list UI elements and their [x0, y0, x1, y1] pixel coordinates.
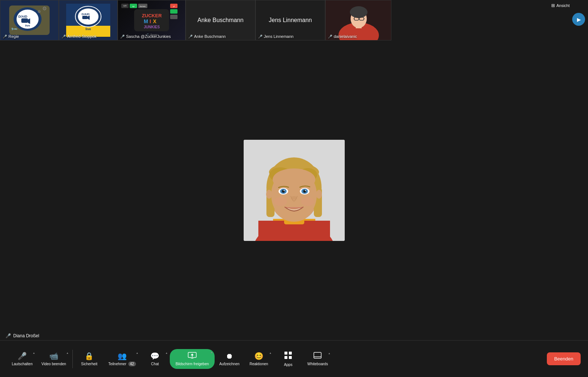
- svg-rect-84: [284, 356, 287, 359]
- record-icon: ⏺: [226, 352, 233, 360]
- svg-point-72: [305, 190, 306, 191]
- apps-icon: [284, 351, 292, 361]
- svg-rect-15: [82, 16, 87, 19]
- svg-text:JUNKIES: JUNKIES: [144, 25, 160, 29]
- toolbar: 🎤 Lautschalten ▲ 📹 Video beenden ▲ 🔒 Sic…: [0, 340, 588, 377]
- participant-tile-arnfred[interactable]: D/AID live 🎤 Arnfred Stoppok: [59, 0, 118, 40]
- apps-button[interactable]: Apps: [273, 349, 303, 369]
- reactions-icon: 😊: [254, 352, 263, 360]
- tile-label-regie: 🎤 Regie: [3, 34, 19, 39]
- svg-text:itunes: itunes: [140, 5, 146, 7]
- jens-name-display: Jens Linnemann: [269, 17, 312, 24]
- whiteboards-icon: [313, 352, 322, 360]
- share-screen-arrow[interactable]: ▲: [210, 351, 213, 353]
- reaktionen-button[interactable]: 😊 Reaktionen ▲: [244, 350, 273, 368]
- mic-muted-icon-daniela: 🎤: [328, 35, 332, 39]
- svg-text:live: live: [85, 27, 91, 31]
- participant-tile-daniela[interactable]: 🎤 danielaivanic: [325, 0, 391, 40]
- mic-muted-icon-jens: 🎤: [258, 35, 262, 39]
- svg-text:yt: yt: [173, 5, 175, 7]
- whiteboards-arrow[interactable]: ▲: [328, 352, 330, 355]
- svg-text:M: M: [144, 18, 148, 24]
- toolbar-separator-1: [72, 350, 73, 368]
- teilnehmer-arrow[interactable]: ▲: [136, 352, 139, 354]
- user-name-label: Diana Droßel: [13, 333, 39, 338]
- participant-tile-sascha[interactable]: YT sp itunes ZUCKER M I X JUNKIES yt: [118, 0, 186, 40]
- svg-text:⚙: ⚙: [42, 6, 47, 11]
- participant-tile-anke[interactable]: Anke Buschmann 🎤 Anke Buschmann: [186, 0, 255, 40]
- participants-count: 42: [128, 362, 136, 366]
- svg-marker-81: [191, 353, 194, 357]
- video-toolbar-icon: 📹: [49, 352, 58, 360]
- sicherheit-button[interactable]: 🔒 Sicherheit: [75, 350, 104, 368]
- svg-point-75: [301, 197, 314, 206]
- teilnehmer-button[interactable]: 👥 Teilnehmer 42 ▲: [104, 350, 140, 368]
- svg-text:D/AID: D/AID: [82, 13, 90, 16]
- svg-text:⚙: ⚙: [37, 10, 41, 14]
- user-mic-icon: 🎤: [6, 333, 11, 338]
- svg-point-74: [274, 197, 287, 206]
- chat-arrow[interactable]: ▲: [165, 352, 168, 354]
- svg-point-39: [350, 6, 368, 18]
- mic-muted-icon-anke: 🎤: [188, 35, 193, 39]
- svg-text:X: X: [153, 18, 157, 24]
- svg-text:sp: sp: [132, 5, 135, 7]
- toolbar-right: Beenden: [547, 352, 581, 365]
- svg-text:I: I: [150, 18, 151, 24]
- svg-text:YT: YT: [123, 5, 127, 7]
- svg-text:D/AID: D/AID: [18, 15, 28, 18]
- svg-text:live: live: [25, 24, 30, 27]
- sicherheit-icon: 🔒: [85, 352, 94, 360]
- main-content-area: [0, 40, 588, 340]
- bildschirm-freigeben-button[interactable]: Bildschirm freigeben ▲: [170, 349, 215, 369]
- svg-rect-82: [284, 352, 287, 355]
- mic-muted-icon-sascha: 🎤: [120, 35, 125, 39]
- tile-label-jens: 🎤 Jens Linnemann: [258, 34, 294, 39]
- video-arrow[interactable]: ▲: [66, 352, 69, 354]
- svg-point-67: [283, 190, 284, 191]
- aufzeichnen-button[interactable]: ⏺ Aufzeichnen: [215, 350, 244, 368]
- lautschalten-button[interactable]: 🎤 Lautschalten ▲: [7, 350, 37, 368]
- mic-toolbar-icon: 🎤: [18, 352, 27, 360]
- svg-rect-4: [21, 18, 28, 23]
- svg-point-76: [266, 190, 272, 199]
- video-button[interactable]: 📹 Video beenden ▲: [37, 350, 71, 368]
- tile-label-anke: 🎤 Anke Buschmann: [188, 34, 226, 39]
- next-button[interactable]: [572, 13, 585, 26]
- tile-label-daniela: 🎤 danielaivanic: [328, 34, 357, 39]
- end-meeting-button[interactable]: Beenden: [547, 352, 581, 365]
- mic-muted-icon-regie: 🎤: [3, 35, 7, 39]
- tile-label-sascha: 🎤 Sascha @ZuckerJunkies: [120, 34, 171, 39]
- lautschalten-arrow[interactable]: ▲: [33, 352, 35, 354]
- whiteboards-button[interactable]: Whiteboards ▲: [303, 350, 332, 368]
- mic-muted-icon-arnfred: 🎤: [61, 35, 66, 39]
- svg-rect-32: [170, 9, 178, 14]
- svg-rect-86: [314, 352, 321, 358]
- svg-rect-33: [170, 15, 178, 19]
- current-user-info: 🎤 Diana Droßel: [6, 333, 39, 338]
- chat-button[interactable]: 💬 Chat ▲: [140, 350, 170, 368]
- teilnehmer-icon: 👥: [118, 352, 127, 360]
- share-screen-icon: [188, 352, 197, 360]
- reaktionen-arrow[interactable]: ▲: [269, 352, 272, 354]
- ansicht-label: Ansicht: [551, 3, 570, 8]
- svg-rect-83: [289, 352, 292, 355]
- tile-label-arnfred: 🎤 Arnfred Stoppok: [61, 34, 97, 39]
- svg-point-77: [316, 190, 322, 199]
- speaker-portrait: [244, 140, 345, 241]
- chat-icon: 💬: [150, 352, 159, 360]
- svg-rect-85: [289, 356, 292, 359]
- svg-text:ZUCKER: ZUCKER: [142, 13, 162, 18]
- toolbar-left: 🎤 Lautschalten ▲ 📹 Video beenden ▲ 🔒 Sic…: [7, 349, 332, 369]
- participant-tile-regie[interactable]: D/AID live ⚙ ⚙ 🔧 🎤 Regie: [0, 0, 59, 40]
- participant-tile-jens[interactable]: Jens Linnemann 🎤 Jens Linnemann: [255, 0, 325, 40]
- participants-bar: D/AID live ⚙ ⚙ 🔧 🎤 Regie: [0, 0, 588, 40]
- anke-name-display: Anke Buschmann: [197, 17, 243, 24]
